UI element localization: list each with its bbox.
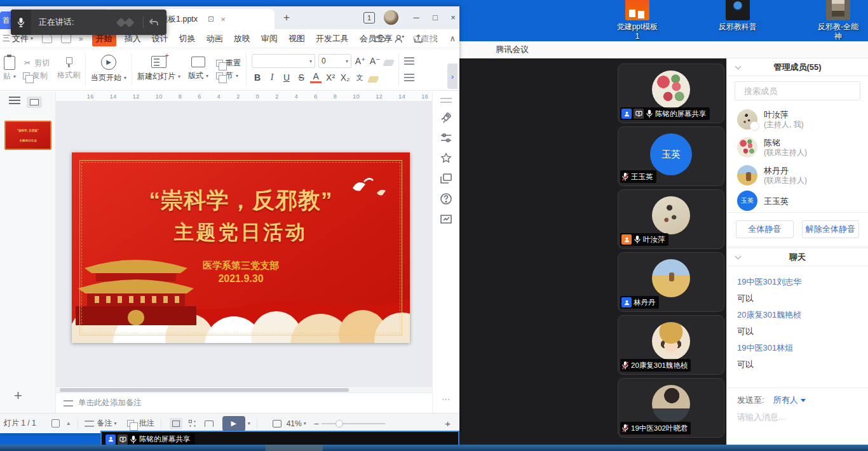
slide-title-line1[interactable]: “崇科学，反邪教” <box>72 185 410 215</box>
zoom-in-button[interactable]: + <box>445 418 451 429</box>
ribbon-tab-review[interactable]: 审阅 <box>259 31 280 46</box>
zoom-out-button[interactable]: − <box>314 419 319 429</box>
member-row[interactable]: 陈铭(联席主持人) <box>727 133 868 161</box>
add-slide-button[interactable]: + <box>14 387 22 404</box>
copy-button[interactable]: 复制 <box>23 69 50 82</box>
share-user-icon[interactable] <box>395 34 405 43</box>
taskbar-app-segment[interactable] <box>266 445 323 451</box>
member-row[interactable]: 玉英 王玉英 <box>727 189 868 212</box>
rocket-tools-icon[interactable] <box>440 111 452 124</box>
collapse-chevron-icon[interactable] <box>735 253 742 260</box>
caret-up-icon[interactable]: ▲ <box>66 421 71 426</box>
clear-format-icon[interactable] <box>383 60 395 66</box>
meeting-title-bar[interactable]: 腾讯会议 <box>459 41 868 58</box>
ribbon-tab-animation[interactable]: 动画 <box>204 31 226 46</box>
duplicate-window-icon[interactable] <box>440 173 452 184</box>
windows-taskbar[interactable] <box>0 445 868 451</box>
return-arrow-icon[interactable] <box>149 18 159 27</box>
reading-view-button[interactable] <box>203 418 215 429</box>
close-tab-icon[interactable]: × <box>220 15 226 24</box>
ribbon-tab-developer[interactable]: 开发工具 <box>313 31 351 46</box>
underline-button[interactable]: U <box>281 72 292 83</box>
minimize-button[interactable]: ─ <box>408 10 424 25</box>
slide-canvas[interactable]: “崇科学，反邪教” 主题党日活动 医学系第三党支部 2021.9.30 ▲ ▼ <box>56 102 459 386</box>
desktop-icon-ppt-template[interactable]: 党建ppt模板1 <box>607 0 668 41</box>
ribbon-tab-view[interactable]: 视图 <box>286 31 308 46</box>
collapse-ribbon-icon[interactable]: ∧ <box>449 34 456 43</box>
subscript-button[interactable]: X₂ <box>339 72 351 83</box>
cloud-sync-icon[interactable] <box>374 34 386 43</box>
slide-thumbnail-1[interactable]: "崇科学, 反邪教" 主题党日活动 <box>4 121 51 150</box>
ribbon-tab-transition[interactable]: 切换 <box>177 31 198 46</box>
section-button[interactable]: 节▾ <box>216 69 241 82</box>
video-tile[interactable]: 20康复301魏艳桢 <box>618 315 724 375</box>
more-options-icon[interactable]: ⋮ <box>432 34 440 43</box>
share-icon[interactable] <box>414 34 423 43</box>
drag-handle-icon[interactable] <box>440 98 452 103</box>
expand-panel-button[interactable]: › <box>447 64 458 89</box>
font-color-button[interactable]: A <box>310 72 322 83</box>
strikethrough-button[interactable]: S <box>295 72 307 83</box>
highlight-color-button[interactable] <box>367 76 379 83</box>
desktop-icon-video2[interactable]: 反邪教-全能神 <box>808 0 868 41</box>
cut-button[interactable]: ✂剪切 <box>23 57 50 69</box>
chat-message-list[interactable]: 19中医301刘志华 可以 20康复301魏艳桢 可以 19中医301林烜 可以 <box>727 266 868 373</box>
align-text-icon[interactable] <box>404 74 414 81</box>
save-icon[interactable] <box>42 34 52 43</box>
scrollbar-thumb[interactable] <box>60 388 349 392</box>
notes-toggle[interactable]: 备注 <box>97 418 112 429</box>
member-row[interactable]: 叶汝萍(主持人, 我) <box>727 105 868 133</box>
phonetic-guide-button[interactable]: 文 <box>354 73 365 83</box>
zoom-slider-knob[interactable] <box>336 420 343 427</box>
slideshow-play-button[interactable]: ▶ <box>222 416 245 431</box>
play-from-current-button[interactable]: ▶ 当页开始▾ <box>87 48 130 90</box>
notes-bar[interactable]: 单击此处添加备注 <box>56 393 459 413</box>
italic-button[interactable]: I <box>266 72 278 83</box>
grow-font-button[interactable]: A⁺ <box>355 56 366 66</box>
outline-view-icon[interactable] <box>9 97 20 105</box>
search-input[interactable] <box>744 86 856 96</box>
horizontal-scrollbar[interactable] <box>56 386 459 393</box>
chart-tools-icon[interactable] <box>440 213 452 225</box>
window-count-badge[interactable]: 1 <box>363 12 375 24</box>
member-search-box[interactable] <box>735 81 860 100</box>
video-tile[interactable]: 陈铭的屏幕共享 <box>618 64 724 123</box>
more-panel-icon[interactable]: ⋯ <box>442 394 451 404</box>
member-row[interactable]: 林丹丹(联席主持人) <box>727 161 868 189</box>
ribbon-tab-slideshow[interactable]: 放映 <box>231 31 253 46</box>
slide-date[interactable]: 2021.9.30 <box>72 273 410 285</box>
slide-subtitle[interactable]: 医学系第三党支部 <box>72 260 410 272</box>
video-tile[interactable]: 19中医302叶晓君 <box>618 378 724 438</box>
font-family-select[interactable]: ▾ <box>252 54 315 68</box>
video-tile[interactable]: 玉英 王玉英 <box>618 126 724 186</box>
format-painter-button[interactable]: 格式刷 <box>53 48 84 90</box>
settings-sliders-icon[interactable] <box>440 132 452 144</box>
paste-button[interactable]: 贴▾ <box>0 48 19 90</box>
slide-editor[interactable]: “崇科学，反邪教” 主题党日活动 医学系第三党支部 2021.9.30 <box>72 152 410 343</box>
layout-button[interactable]: 版式▾ <box>184 48 212 90</box>
maximize-button[interactable]: □ <box>427 10 444 25</box>
presentation-mode-icon[interactable]: ⊡ <box>208 15 214 24</box>
chat-message-input[interactable] <box>737 412 858 422</box>
font-size-select[interactable]: 0▾ <box>318 54 351 68</box>
desktop-icon-video1[interactable]: 反邪教科普 <box>707 0 768 41</box>
video-tile[interactable]: 叶汝萍 <box>618 189 724 249</box>
output-icon[interactable] <box>61 34 71 43</box>
collapse-chevron-icon[interactable] <box>735 64 742 70</box>
send-to-select[interactable]: 所有人 <box>773 394 806 406</box>
new-slide-button[interactable]: 新建幻灯片▾ <box>133 48 184 90</box>
shrink-font-button[interactable]: A⁻ <box>369 56 381 66</box>
zoom-level[interactable]: 41% <box>287 419 302 428</box>
reset-button[interactable]: 重置 <box>216 57 241 69</box>
close-window-button[interactable]: × <box>445 10 461 25</box>
video-tile[interactable]: 林丹丹 <box>618 252 724 312</box>
theme-icon[interactable] <box>51 419 60 427</box>
bullet-list-icon[interactable] <box>404 57 414 65</box>
mute-all-button[interactable]: 全体静音 <box>736 220 794 238</box>
normal-view-button[interactable] <box>170 418 182 429</box>
slide-title-line2[interactable]: 主题党日活动 <box>72 219 410 246</box>
more-tools-icon[interactable]: » <box>79 34 83 43</box>
account-avatar[interactable] <box>384 10 398 25</box>
comments-toggle[interactable]: 批注 <box>139 418 154 429</box>
help-icon[interactable] <box>440 192 452 205</box>
